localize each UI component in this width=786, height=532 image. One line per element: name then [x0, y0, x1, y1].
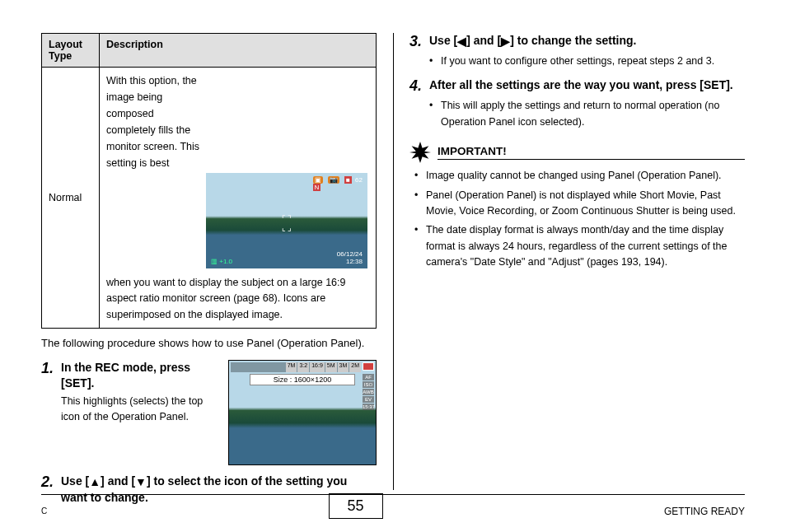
left-column: Layout Type Description Normal With this…	[41, 33, 377, 490]
operation-panel-icons: AF ISO AWB EV 15:37	[363, 374, 374, 410]
footer-section-title: GETTING READY	[664, 506, 745, 517]
step-number: 3.	[409, 33, 429, 50]
left-triangle-icon: ◀	[457, 34, 466, 50]
important-label: IMPORTANT!	[437, 145, 745, 160]
battery-icon: ▥ +1.0	[211, 258, 232, 265]
up-triangle-icon: ▲	[89, 474, 101, 491]
camera-icon: ▣	[313, 176, 323, 184]
overlay-n: N	[313, 184, 321, 191]
overlay-count: 62	[355, 176, 363, 184]
page-number: 55	[329, 493, 383, 519]
step-1: 1. In the REC mode, press [SET]. This hi…	[41, 360, 377, 465]
step-subtext: This highlights (selects) the top icon o…	[61, 394, 220, 426]
step-4: 4. After all the settings are the way yo…	[409, 77, 745, 95]
size-label: Size : 1600×1200	[250, 374, 355, 385]
step-number: 1.	[41, 360, 61, 377]
description-text-bottom: when you want to display the subject on …	[106, 273, 369, 323]
column-divider	[393, 33, 394, 490]
description-text-top: With this option, the image being compos…	[106, 72, 205, 171]
footer-left: C	[41, 506, 47, 516]
starburst-icon	[409, 142, 431, 163]
layout-type-table: Layout Type Description Normal With this…	[41, 33, 377, 329]
table-row: Normal With this option, the image being…	[42, 68, 377, 329]
cell-description: With this option, the image being compos…	[100, 68, 377, 329]
focus-brackets-icon: ⌜ ⌝⌞ ⌟	[282, 214, 292, 232]
down-triangle-icon: ▼	[135, 474, 147, 491]
step-4-bullet: This will apply the settings and return …	[429, 98, 745, 130]
table-header-layout: Layout Type	[42, 34, 100, 68]
camera-screen-preview-small: 7M 3:2 16:9 5M 3M 2M Size : 1600×1200 AF…	[228, 360, 377, 465]
important-bullet: Panel (Operation Panel) is not displayed…	[409, 188, 745, 220]
step-heading: In the REC mode, press [SET].	[61, 360, 220, 392]
overlay-time: 12:38	[346, 258, 363, 265]
manual-page: Layout Type Description Normal With this…	[0, 0, 786, 532]
important-heading: IMPORTANT!	[409, 142, 745, 163]
rec-indicator: ■	[344, 176, 352, 184]
right-triangle-icon: ▶	[501, 34, 510, 50]
step-number: 4.	[409, 77, 429, 95]
step-3-bullet: If you want to configure other settings,…	[429, 54, 745, 69]
table-header-description: Description	[100, 34, 377, 68]
camera-icon: 📷	[328, 176, 339, 184]
cell-layout-type: Normal	[42, 68, 100, 329]
right-column: 3. Use [◀] and [▶] to change the setting…	[409, 33, 745, 490]
step-heading: After all the settings are the way you w…	[429, 77, 745, 94]
svg-marker-0	[409, 142, 431, 163]
step-3: 3. Use [◀] and [▶] to change the setting…	[409, 33, 745, 50]
step-heading: Use [◀] and [▶] to change the setting.	[429, 33, 745, 50]
size-tabs: 7M 3:2 16:9 5M 3M 2M	[231, 362, 361, 372]
footer-divider	[41, 494, 745, 495]
important-bullet: Image quality cannot be changed using Pa…	[409, 168, 745, 184]
selected-size-icon	[363, 362, 374, 371]
overlay-date: 06/12/24	[337, 250, 363, 258]
step-number: 2.	[41, 474, 61, 491]
important-bullet: The date display format is always month/…	[409, 222, 745, 270]
page-footer: C 55 GETTING READY	[41, 498, 745, 524]
camera-screen-preview-large: ▣ 📷 ■ 62 N ⌜ ⌝⌞ ⌟ ▥ +1.0	[204, 171, 369, 270]
intro-paragraph: The following procedure shows how to use…	[41, 335, 377, 352]
